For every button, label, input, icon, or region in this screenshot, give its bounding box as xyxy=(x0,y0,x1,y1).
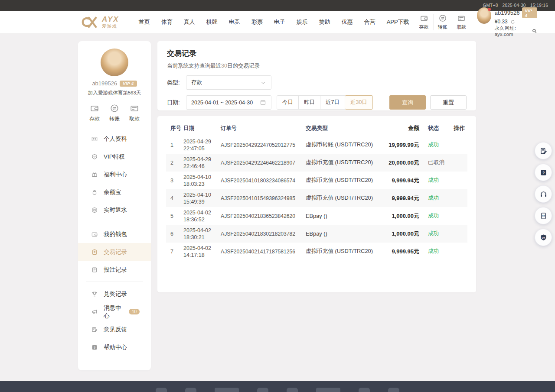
wallet-icon xyxy=(90,104,99,113)
prize-icon xyxy=(91,291,98,298)
table-row: 72025-04-0214:17:18AJSF20250402141718758… xyxy=(166,243,467,260)
headset-icon xyxy=(539,190,548,198)
nav-item-6[interactable]: 电子 xyxy=(268,18,291,26)
float-app-download-button[interactable]: APP xyxy=(535,207,552,224)
sidebar-item-messages[interactable]: 消息中心10 xyxy=(78,303,151,321)
reset-button[interactable]: 重置 xyxy=(430,95,467,110)
sidebar-item-vip[interactable]: VIP特权 xyxy=(78,148,151,165)
header-user-block[interactable]: ab199526 VIP 4 ¥0.33 永久网址: ayx.com xyxy=(477,7,537,37)
svg-text:APP: APP xyxy=(541,215,545,217)
nav-item-1[interactable]: 体育 xyxy=(156,18,178,26)
column-header-5: 状态 xyxy=(419,125,453,132)
cell-date: 2025-04-0214:17:18 xyxy=(183,245,221,259)
nav-item-9[interactable]: 优惠 xyxy=(336,18,359,26)
nav-item-10[interactable]: 合营 xyxy=(359,18,381,26)
nav-item-7[interactable]: 娱乐 xyxy=(291,18,313,26)
cell-type: EBpay () xyxy=(306,213,382,219)
range-button-2[interactable]: 近7日 xyxy=(320,95,345,110)
cell-order: AJSF202504021836523842620 xyxy=(221,213,306,219)
floating-button-group: ?APPOK xyxy=(535,142,552,246)
shield-ok-icon: OK xyxy=(539,233,548,242)
cell-type: 虚拟币充值 (USDT/TRC20) xyxy=(306,177,382,184)
quick-range-group: 今日昨日近7日近30日 xyxy=(277,95,373,110)
table-row: 62025-04-0218:30:21AJSF20250402183021820… xyxy=(166,225,467,243)
cell-status: 成功 xyxy=(419,177,453,184)
footer-partner-logo xyxy=(156,388,167,392)
cell-amount: 9,999.95元 xyxy=(382,248,419,256)
footer-bar xyxy=(0,381,555,392)
svg-text:?: ? xyxy=(94,345,96,349)
nav-item-3[interactable]: 棋牌 xyxy=(201,18,223,26)
transactions-table: 序号日期订单号交易类型金额状态操作 12025-04-2922:47:05AJS… xyxy=(157,116,476,292)
page-subtitle: 当前系统支持查询最近30日的交易记录 xyxy=(167,62,467,70)
float-feedback-form-button[interactable] xyxy=(535,142,552,159)
table-row: 42025-04-1015:49:39AJSF20250410154939632… xyxy=(166,189,467,207)
sidebar-item-profile[interactable]: 个人资料 xyxy=(78,130,151,148)
range-button-3[interactable]: 近30日 xyxy=(345,95,373,110)
float-customer-service-button[interactable] xyxy=(535,185,552,203)
footer-partner-logo xyxy=(185,388,196,392)
nav-item-4[interactable]: 电竞 xyxy=(223,18,246,26)
sidebar-item-bets[interactable]: 投注记录 xyxy=(78,261,151,279)
cell-type: 虚拟币充值 (USDT/TRC20) xyxy=(306,194,382,202)
nav-item-0[interactable]: 首页 xyxy=(133,18,156,26)
sidebar-item-yuebao[interactable]: 余额宝 xyxy=(78,183,151,201)
range-button-1[interactable]: 昨日 xyxy=(298,95,320,110)
message-count-badge: 10 xyxy=(129,309,140,314)
nav-item-8[interactable]: 赞助 xyxy=(313,18,336,26)
date-range-input[interactable]: 2025-04-01 ~ 2025-04-30 xyxy=(186,95,271,110)
sidebar-item-welfare[interactable]: 福利中心 xyxy=(78,165,151,183)
nav-item-5[interactable]: 彩票 xyxy=(246,18,268,26)
cell-date: 2025-04-0218:30:21 xyxy=(183,227,221,241)
header-deposit-button[interactable]: 存款 xyxy=(415,14,434,30)
refresh-balance-icon[interactable] xyxy=(510,19,516,25)
survey-icon xyxy=(539,147,548,155)
nav-item-2[interactable]: 真人 xyxy=(178,18,201,26)
table-row: 52025-04-0218:36:52AJSF20250402183652384… xyxy=(166,207,467,225)
sidebar-item-feedback[interactable]: 意见反馈 xyxy=(78,321,151,338)
app-icon: APP xyxy=(539,212,548,220)
cell-no: 4 xyxy=(168,195,183,201)
site-logo[interactable]: AYX 爱游戏 xyxy=(82,16,119,29)
join-days-label: 加入爱游戏体育第563天 xyxy=(78,90,151,96)
sidebar-deposit-button[interactable]: 存款 xyxy=(89,104,100,123)
float-faq-button[interactable]: ? xyxy=(535,164,552,181)
date-filter-label: 日期: xyxy=(167,99,186,107)
sidebar-withdraw-button[interactable]: 取款 xyxy=(129,104,140,123)
footer-partner-logo xyxy=(215,388,239,392)
range-button-0[interactable]: 今日 xyxy=(277,95,299,110)
menu-divider xyxy=(86,222,143,222)
type-select[interactable]: 存款 xyxy=(186,75,271,90)
float-security-ok-button[interactable]: OK xyxy=(535,229,552,246)
feedback-icon xyxy=(91,326,98,333)
notification-dot xyxy=(488,8,491,11)
faq-icon: ? xyxy=(539,168,548,177)
table-row: 22025-04-2922:46:46AJSF20250429224646221… xyxy=(166,154,467,172)
sidebar-item-help[interactable]: ?帮助中心 xyxy=(78,338,151,356)
table-row: 12025-04-2922:47:05AJSF20250429224705201… xyxy=(166,136,467,154)
cell-amount: 20,000.00元 xyxy=(382,159,419,167)
sidebar-transfer-button[interactable]: 转账 xyxy=(109,104,120,123)
footer-partner-logo xyxy=(388,388,399,392)
sidebar-item-rebate[interactable]: 实时返水 xyxy=(78,201,151,219)
sidebar-item-prizes[interactable]: 兑奖记录 xyxy=(78,285,151,303)
cell-amount: 1,000.00元 xyxy=(382,230,419,238)
id-card-icon xyxy=(91,136,98,143)
header-withdraw-button[interactable]: 取款 xyxy=(452,14,471,30)
footer-partner-logos xyxy=(156,388,399,392)
search-icon[interactable] xyxy=(532,28,537,34)
sidebar-item-transactions[interactable]: 交易记录 xyxy=(78,243,151,261)
footer-partner-logo xyxy=(257,388,268,392)
cell-status: 成功 xyxy=(419,212,453,220)
cell-status: 成功 xyxy=(419,230,453,237)
avatar[interactable] xyxy=(477,7,491,24)
footer-partner-logo xyxy=(287,388,298,392)
nav-item-11[interactable]: APP下载 xyxy=(381,18,415,26)
cell-amount: 1,000.00元 xyxy=(382,212,419,220)
header-transfer-button[interactable]: 转账 xyxy=(434,14,452,30)
sidebar-item-wallet[interactable]: 我的钱包 xyxy=(78,225,151,243)
transfer-icon xyxy=(110,104,119,113)
table-header-row: 序号日期订单号交易类型金额状态操作 xyxy=(166,120,467,136)
search-button[interactable]: 查询 xyxy=(389,95,426,110)
wallet-icon xyxy=(91,231,98,238)
